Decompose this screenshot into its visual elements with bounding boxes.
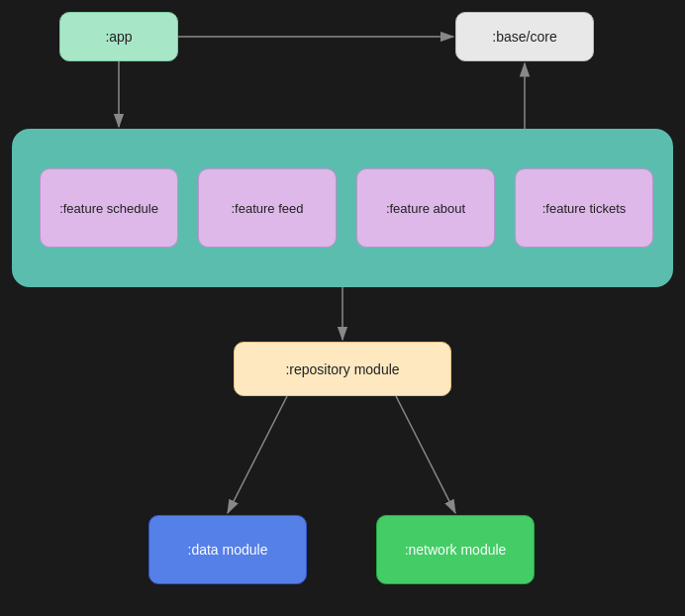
feature-feed-label: :feature feed [232, 201, 304, 216]
app-node: :app [59, 12, 178, 61]
feature-tickets-node: :feature tickets [515, 168, 653, 248]
feature-about-node: :feature about [356, 168, 495, 248]
features-container: :feature schedule :feature feed :feature… [12, 129, 673, 287]
feature-about-label: :feature about [386, 201, 465, 216]
data-node: :data module [148, 515, 307, 584]
feature-schedule-node: :feature schedule [40, 168, 178, 248]
feature-schedule-label: :feature schedule [59, 201, 158, 216]
arrows-svg [0, 0, 685, 616]
svg-line-6 [396, 396, 455, 513]
svg-line-5 [228, 396, 287, 513]
repository-node: :repository module [234, 342, 451, 396]
base-label: :base/core [492, 29, 556, 45]
network-label: :network module [405, 542, 507, 558]
base-node: :base/core [455, 12, 594, 61]
feature-tickets-label: :feature tickets [542, 201, 627, 216]
network-node: :network module [376, 515, 535, 584]
data-label: :data module [188, 542, 268, 558]
repository-label: :repository module [285, 361, 399, 377]
diagram: :app :base/core :feature schedule :featu… [0, 0, 685, 616]
app-label: :app [105, 29, 132, 45]
feature-feed-node: :feature feed [198, 168, 337, 248]
